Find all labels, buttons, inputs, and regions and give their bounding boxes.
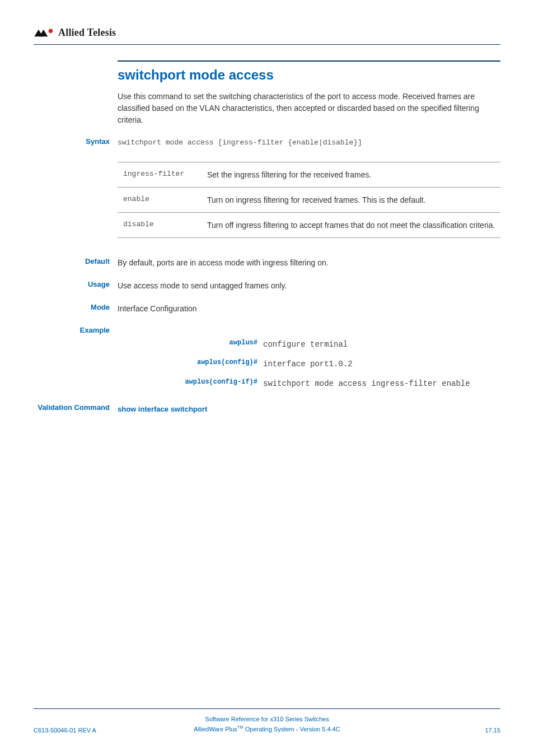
param-desc: Set the ingress filtering for the receiv…: [207, 162, 500, 187]
command-title: switchport mode access: [118, 67, 500, 83]
default-label: Default: [34, 257, 118, 265]
footer-product: AlliedWare Plus: [194, 726, 237, 732]
example-block: awplus# configure terminal awplus(config…: [118, 339, 500, 390]
header-divider: [34, 44, 500, 45]
footer-tm: TM: [237, 725, 243, 730]
footer-title: Software Reference for x310 Series Switc…: [151, 715, 384, 724]
param-name: enable: [118, 187, 207, 212]
svg-point-0: [49, 29, 53, 33]
usage-section: Usage Use access mode to send untagged f…: [118, 280, 500, 292]
footer-version: Operating System - Version 5.4.4C: [243, 726, 340, 732]
validation-section: Validation Command show interface switch…: [118, 403, 500, 415]
mode-text: Interface Configuration: [118, 303, 500, 315]
example-prompt: awplus(config)#: [118, 358, 263, 366]
parameter-table: ingress-filter Set the ingress filtering…: [118, 162, 500, 239]
table-row: enable Turn on ingress filtering for rec…: [118, 187, 500, 212]
allied-telesis-icon: [34, 28, 55, 38]
intro-text: Use this command to set the switching ch…: [118, 91, 500, 126]
brand-logo: Allied Telesis: [34, 27, 500, 39]
example-command: configure terminal: [263, 339, 500, 351]
example-prompt: awplus#: [118, 339, 263, 347]
example-command: interface port1.0.2: [263, 358, 500, 370]
mode-section: Mode Interface Configuration: [118, 303, 500, 315]
default-section: Default By default, ports are in access …: [118, 257, 500, 269]
mode-label: Mode: [34, 303, 118, 311]
example-command: switchport mode access ingress-filter en…: [263, 378, 500, 390]
footer-center: Software Reference for x310 Series Switc…: [151, 715, 384, 734]
usage-label: Usage: [34, 280, 118, 288]
footer-doc-id: C613-50046-01 REV A: [34, 727, 151, 734]
example-label: Example: [34, 326, 118, 334]
example-line: awplus# configure terminal: [118, 339, 500, 351]
footer-divider: [34, 708, 500, 709]
table-row: disable Turn off ingress filtering to ac…: [118, 213, 500, 238]
table-row: ingress-filter Set the ingress filtering…: [118, 162, 500, 187]
example-section: Example: [118, 326, 500, 334]
footer-subtitle: AlliedWare PlusTM Operating System - Ver…: [151, 724, 384, 734]
default-text: By default, ports are in access mode wit…: [118, 257, 500, 269]
page-footer: C613-50046-01 REV A Software Reference f…: [34, 708, 500, 734]
syntax-text: switchport mode access [ingress-filter {…: [118, 137, 500, 148]
param-name: ingress-filter: [118, 162, 207, 187]
brand-text: Allied Telesis: [58, 27, 116, 39]
syntax-section: Syntax switchport mode access [ingress-f…: [118, 137, 500, 148]
example-line: awplus(config)# interface port1.0.2: [118, 358, 500, 370]
validation-label: Validation Command: [34, 403, 118, 413]
param-name: disable: [118, 213, 207, 238]
main-content: switchport mode access Use this command …: [118, 60, 500, 415]
example-prompt: awplus(config-if)#: [118, 378, 263, 386]
param-desc: Turn on ingress filtering for received f…: [207, 187, 500, 212]
footer-page-number: 17.15: [384, 727, 501, 734]
syntax-label: Syntax: [34, 137, 118, 146]
footer-row: C613-50046-01 REV A Software Reference f…: [34, 715, 500, 734]
example-line: awplus(config-if)# switchport mode acces…: [118, 378, 500, 390]
usage-text: Use access mode to send untagged frames …: [118, 280, 500, 292]
param-desc: Turn off ingress filtering to accept fra…: [207, 213, 500, 238]
validation-link[interactable]: show interface switchport: [118, 405, 207, 413]
title-divider: [118, 60, 500, 62]
